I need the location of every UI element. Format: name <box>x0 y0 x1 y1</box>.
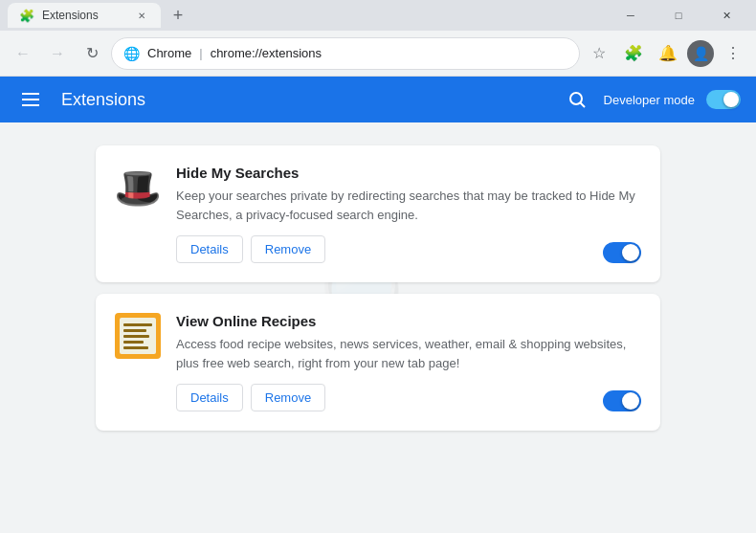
navigation-bar: ← → ↻ 🌐 Chrome | chrome://extensions ☆ 🧩… <box>0 31 756 77</box>
svg-rect-2 <box>22 104 39 106</box>
developer-mode-label: Developer mode <box>604 93 695 107</box>
tab-favicon: 🧩 <box>19 9 34 23</box>
url-separator: | <box>199 46 202 60</box>
svg-rect-0 <box>22 93 39 95</box>
enable-toggle-view-online-recipes[interactable] <box>603 390 641 411</box>
extension-card-view-online-recipes: View Online Recipes Access food recipe w… <box>96 294 660 431</box>
extension-actions-view-online-recipes: Details Remove <box>176 384 641 411</box>
extension-body-hide-my-searches: Hide My Searches Keep your searches priv… <box>176 165 641 263</box>
remove-button-view-online-recipes[interactable]: Remove <box>251 384 325 411</box>
main-content: 🔍 FILE.CM 🎩 Hide My Searches Keep your s… <box>0 122 756 533</box>
lock-icon: 🌐 <box>123 46 140 61</box>
hamburger-menu-button[interactable] <box>15 84 46 115</box>
search-button[interactable] <box>562 84 592 115</box>
remove-button-hide-my-searches[interactable]: Remove <box>251 235 325 263</box>
title-bar-left: 🧩 Extensions ✕ + <box>8 2 191 29</box>
new-tab-button[interactable]: + <box>165 2 191 29</box>
bookmark-button[interactable]: ☆ <box>584 38 614 69</box>
recipe-line-3 <box>123 335 149 338</box>
view-online-recipes-icon <box>115 313 161 359</box>
minimize-button[interactable]: ─ <box>609 2 653 29</box>
recipe-line-5 <box>123 346 148 349</box>
extension-name-view-online-recipes: View Online Recipes <box>176 313 641 329</box>
extension-desc-view-online-recipes: Access food recipe websites, news servic… <box>176 335 641 372</box>
window-controls: ─ □ ✕ <box>609 2 748 29</box>
url-text: chrome://extensions <box>211 46 322 60</box>
svg-line-4 <box>580 103 585 108</box>
forward-icon: → <box>50 45 65 62</box>
extensions-puzzle-icon[interactable]: 🧩 <box>618 38 649 69</box>
active-tab[interactable]: 🧩 Extensions ✕ <box>8 3 161 28</box>
more-menu-button[interactable]: ⋮ <box>718 38 748 69</box>
enable-toggle-hide-my-searches[interactable] <box>603 242 641 263</box>
svg-point-3 <box>570 93 582 104</box>
tab-close-button[interactable]: ✕ <box>134 8 149 23</box>
address-bar[interactable]: 🌐 Chrome | chrome://extensions <box>111 37 580 70</box>
extension-body-view-online-recipes: View Online Recipes Access food recipe w… <box>176 313 641 411</box>
svg-rect-1 <box>22 99 39 100</box>
toggle-area-view-online-recipes <box>603 390 641 411</box>
recipes-icon-container <box>115 313 161 359</box>
close-button[interactable]: ✕ <box>704 2 748 29</box>
site-name: Chrome <box>147 46 191 60</box>
avatar-button[interactable]: 👤 <box>687 40 714 67</box>
details-button-hide-my-searches[interactable]: Details <box>176 235 243 263</box>
search-icon <box>568 91 586 108</box>
recipe-line-1 <box>123 323 152 326</box>
recipe-line-2 <box>123 329 146 332</box>
reload-button[interactable]: ↻ <box>77 38 107 69</box>
extension-name-hide-my-searches: Hide My Searches <box>176 165 641 181</box>
extension-actions-hide-my-searches: Details Remove <box>176 235 641 263</box>
extensions-header-right: Developer mode <box>562 84 741 115</box>
developer-mode-toggle[interactable] <box>706 90 741 109</box>
details-button-view-online-recipes[interactable]: Details <box>176 384 243 411</box>
recipes-icon-inner <box>120 318 156 354</box>
new-tab-icon: + <box>173 6 184 26</box>
hide-my-searches-icon: 🎩 <box>115 165 161 211</box>
reload-icon: ↻ <box>86 44 99 62</box>
extension-card-hide-my-searches: 🎩 Hide My Searches Keep your searches pr… <box>96 145 660 282</box>
back-icon: ← <box>15 45 31 62</box>
extension-desc-hide-my-searches: Keep your searches private by redirectin… <box>176 187 641 224</box>
hamburger-icon <box>22 93 39 106</box>
restore-button[interactable]: □ <box>656 2 700 29</box>
bell-icon[interactable]: 🔔 <box>653 38 683 69</box>
toggle-area-hide-my-searches <box>603 242 641 263</box>
recipe-line-4 <box>123 341 144 344</box>
back-button[interactable]: ← <box>8 38 38 69</box>
extensions-title: Extensions <box>61 90 145 110</box>
extensions-header: Extensions Developer mode <box>0 77 756 122</box>
title-bar: 🧩 Extensions ✕ + ─ □ ✕ <box>0 0 756 31</box>
forward-button[interactable]: → <box>42 38 73 69</box>
tab-title: Extensions <box>42 9 99 22</box>
toolbar-icons: ☆ 🧩 🔔 👤 ⋮ <box>584 38 748 69</box>
extensions-header-left: Extensions <box>15 84 145 115</box>
